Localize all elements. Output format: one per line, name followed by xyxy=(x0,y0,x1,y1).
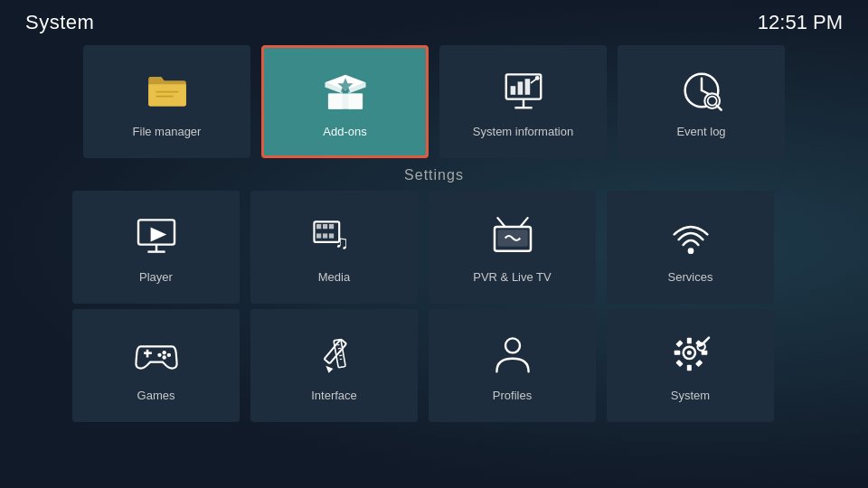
svg-rect-55 xyxy=(686,338,691,344)
system-icon xyxy=(665,329,716,380)
system-label: System xyxy=(671,389,710,402)
services-icon xyxy=(665,211,716,261)
svg-point-54 xyxy=(686,351,691,355)
svg-line-19 xyxy=(716,106,721,110)
svg-line-35 xyxy=(520,218,527,227)
file-manager-label: File manager xyxy=(133,125,202,138)
pvr-label: PVR & Live TV xyxy=(473,270,551,284)
tile-add-ons[interactable]: Add-ons xyxy=(261,45,429,158)
tile-interface[interactable]: Interface xyxy=(250,309,418,422)
svg-rect-28 xyxy=(328,224,333,229)
tile-pvr-live-tv[interactable]: PVR & Live TV xyxy=(429,191,596,304)
profiles-icon xyxy=(487,329,538,380)
tile-player[interactable]: Player xyxy=(72,191,240,304)
svg-text:♫: ♫ xyxy=(335,231,349,252)
media-label: Media xyxy=(318,270,350,284)
svg-rect-10 xyxy=(510,86,515,95)
player-label: Player xyxy=(139,270,173,284)
settings-section: Settings Player xyxy=(0,167,868,488)
tile-services[interactable]: Services xyxy=(607,191,774,304)
event-log-label: Event log xyxy=(676,125,725,138)
games-label: Games xyxy=(137,389,175,402)
svg-rect-26 xyxy=(316,224,321,229)
svg-rect-31 xyxy=(328,233,333,238)
svg-rect-29 xyxy=(316,233,321,238)
services-label: Services xyxy=(668,270,713,284)
svg-rect-11 xyxy=(517,81,523,94)
svg-point-43 xyxy=(157,353,161,357)
player-icon xyxy=(131,211,182,261)
file-manager-icon xyxy=(142,65,193,116)
tile-event-log[interactable]: Event log xyxy=(618,45,785,158)
tile-system-information[interactable]: System information xyxy=(439,45,607,158)
media-icon: ♫ xyxy=(309,211,360,261)
interface-label: Interface xyxy=(311,389,357,402)
svg-marker-45 xyxy=(326,366,333,373)
svg-rect-62 xyxy=(675,360,683,367)
svg-point-41 xyxy=(166,353,170,357)
svg-line-34 xyxy=(497,218,505,227)
tile-file-manager[interactable]: File manager xyxy=(83,45,250,158)
add-ons-icon xyxy=(320,65,371,116)
svg-rect-27 xyxy=(323,224,327,229)
svg-point-52 xyxy=(505,338,520,352)
svg-point-14 xyxy=(534,76,539,80)
tile-media[interactable]: ♫ Media xyxy=(250,191,418,304)
settings-row-2: Games xyxy=(0,309,868,422)
svg-line-48 xyxy=(337,348,340,349)
svg-marker-2 xyxy=(348,93,363,108)
tile-games[interactable]: Games xyxy=(72,309,240,422)
interface-icon xyxy=(309,329,360,380)
page-title: System xyxy=(25,11,94,34)
svg-marker-1 xyxy=(327,93,342,108)
svg-rect-60 xyxy=(695,360,703,367)
svg-rect-57 xyxy=(674,351,680,355)
profiles-label: Profiles xyxy=(493,389,532,402)
tile-system[interactable]: System xyxy=(607,309,774,422)
svg-rect-46 xyxy=(334,340,345,368)
page: System 12:51 PM File manager xyxy=(0,0,868,488)
svg-rect-39 xyxy=(146,350,148,358)
svg-rect-30 xyxy=(323,233,327,238)
tile-profiles[interactable]: Profiles xyxy=(429,309,596,422)
pvr-icon xyxy=(487,211,538,261)
svg-point-42 xyxy=(162,355,165,359)
games-icon xyxy=(131,329,182,380)
svg-point-37 xyxy=(687,248,693,254)
top-row: File manager xyxy=(0,45,868,158)
system-information-icon xyxy=(498,65,549,116)
event-log-icon xyxy=(676,65,727,116)
add-ons-label: Add-ons xyxy=(323,125,366,138)
svg-line-50 xyxy=(339,355,342,356)
svg-rect-56 xyxy=(686,365,691,371)
svg-rect-12 xyxy=(524,79,530,95)
settings-row-1: Player ♫ xyxy=(0,191,868,304)
settings-label: Settings xyxy=(0,167,868,183)
svg-point-40 xyxy=(162,351,165,354)
clock: 12:51 PM xyxy=(758,11,843,34)
header: System 12:51 PM xyxy=(0,0,868,42)
svg-rect-59 xyxy=(675,340,683,347)
svg-marker-24 xyxy=(150,227,166,241)
system-information-label: System information xyxy=(473,125,573,138)
